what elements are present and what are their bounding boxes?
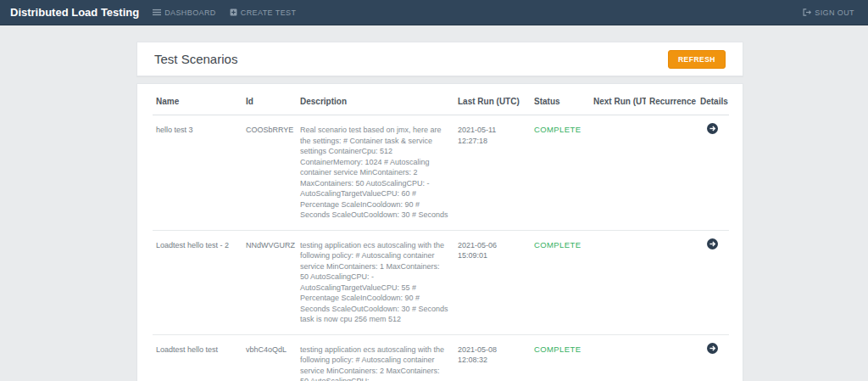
cell-id: NNdWVGURZ <box>242 230 297 334</box>
page-header-card: Test Scenarios REFRESH <box>136 42 743 76</box>
col-header-id: Id <box>242 84 297 115</box>
nav-dashboard[interactable]: DASHBOARD <box>153 8 216 17</box>
sign-out-button[interactable]: SIGN OUT <box>803 8 854 17</box>
arrow-right-circle-icon <box>707 123 718 134</box>
sign-out-icon <box>803 8 811 16</box>
details-button[interactable] <box>707 123 718 134</box>
status-badge: COMPLETE <box>531 334 590 381</box>
scenarios-table-card: Name Id Description Last Run (UTC) Statu… <box>136 83 743 381</box>
col-header-next-run: Next Run (UTC) <box>590 84 646 115</box>
col-header-status: Status <box>531 84 590 115</box>
cell-description: testing application ecs autoscaling with… <box>297 230 454 334</box>
page-title: Test Scenarios <box>154 52 237 66</box>
cell-name: hello test 3 <box>153 115 242 231</box>
main-content: Test Scenarios REFRESH Name Id Descripti… <box>136 42 743 381</box>
cell-description: testing application ecs autoscaling with… <box>297 334 454 381</box>
cell-recurrence <box>646 334 697 381</box>
col-header-last-run: Last Run (UTC) <box>454 84 531 115</box>
nav-dashboard-label: DASHBOARD <box>164 8 216 17</box>
cell-recurrence <box>646 115 697 231</box>
details-button[interactable] <box>707 343 718 354</box>
cell-next-run <box>590 230 646 334</box>
scenarios-table: Name Id Description Last Run (UTC) Statu… <box>153 84 729 381</box>
refresh-button[interactable]: REFRESH <box>668 50 726 69</box>
col-header-description: Description <box>297 84 454 115</box>
col-header-recurrence: Recurrence <box>646 84 697 115</box>
plus-square-icon <box>230 8 237 16</box>
nav-create-test[interactable]: CREATE TEST <box>230 8 297 17</box>
cell-last-run: 2021-05-06 15:09:01 <box>454 230 531 334</box>
table-header: Name Id Description Last Run (UTC) Statu… <box>153 84 729 115</box>
cell-id: COOSbRRYE <box>242 115 297 231</box>
cell-next-run <box>590 115 646 231</box>
arrow-right-circle-icon <box>707 238 718 249</box>
cell-name: Loadtest hello test - 2 <box>153 230 242 334</box>
dashboard-list-icon <box>153 8 161 16</box>
table-row: Loadtest hello test vbhC4oQdL testing ap… <box>153 334 729 381</box>
table-row: hello test 3 COOSbRRYE Real scenario tes… <box>153 115 729 231</box>
cell-next-run <box>590 334 646 381</box>
arrow-right-circle-icon <box>707 343 718 354</box>
table-row: Loadtest hello test - 2 NNdWVGURZ testin… <box>153 230 729 334</box>
cell-id: vbhC4oQdL <box>242 334 297 381</box>
cell-recurrence <box>646 230 697 334</box>
cell-last-run: 2021-05-11 12:27:18 <box>454 115 531 231</box>
cell-name: Loadtest hello test <box>153 334 242 381</box>
sign-out-label: SIGN OUT <box>815 8 854 17</box>
cell-last-run: 2021-05-08 12:08:32 <box>454 334 531 381</box>
top-navbar: Distributed Load Testing DASHBOARD CREAT… <box>0 0 868 25</box>
status-badge: COMPLETE <box>531 230 590 334</box>
nav-create-test-label: CREATE TEST <box>241 8 297 17</box>
col-header-name: Name <box>153 84 242 115</box>
cell-description: Real scenario test based on jmx, here ar… <box>297 115 454 231</box>
col-header-details: Details <box>697 84 729 115</box>
status-badge: COMPLETE <box>531 115 590 231</box>
details-button[interactable] <box>707 238 718 249</box>
app-title: Distributed Load Testing <box>10 6 139 19</box>
